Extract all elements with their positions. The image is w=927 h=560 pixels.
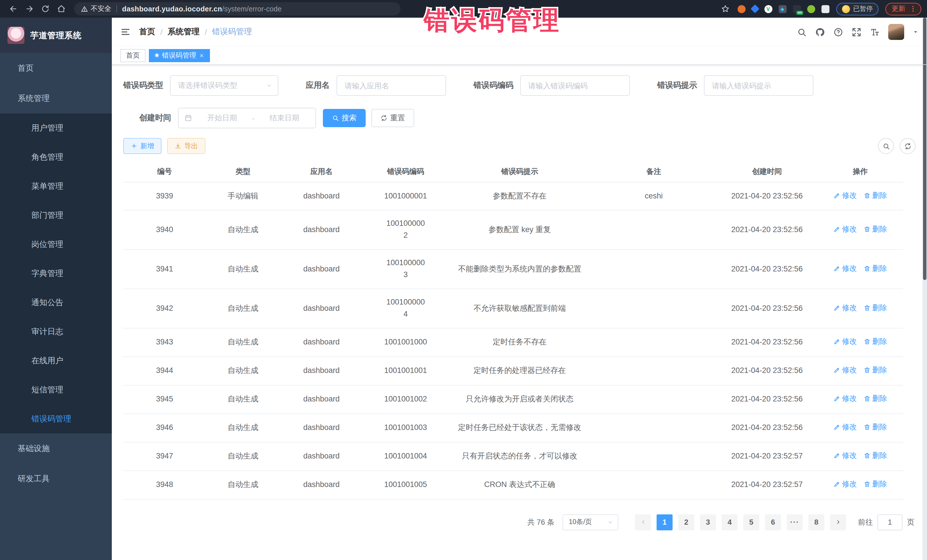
url-host: dashboard.yudao.iocoder.cn — [122, 5, 222, 13]
page-button-4[interactable]: 4 — [722, 514, 738, 530]
edit-link[interactable]: 修改 — [833, 336, 857, 347]
hamburger-icon[interactable] — [120, 27, 131, 37]
bookmark-star-icon[interactable] — [718, 2, 733, 16]
page-ellipsis-button[interactable]: ··· — [787, 514, 802, 530]
delete-link[interactable]: 删除 — [864, 422, 887, 433]
cell-type: 自动生成 — [206, 289, 280, 328]
edit-link[interactable]: 修改 — [833, 364, 857, 376]
security-label: 不安全 — [91, 4, 111, 14]
column-header-3: 错误码编码 — [363, 162, 448, 182]
reset-button[interactable]: 重置 — [371, 109, 414, 127]
sidebar-item-announcement-bubble[interactable]: 通知公告 — [0, 288, 112, 317]
sidebar-item-gear[interactable]: 系统管理 — [0, 83, 112, 114]
blue-gem-extension-icon[interactable] — [750, 4, 759, 13]
sidebar-item-sms-mail[interactable]: 短信管理 — [0, 375, 112, 404]
grid-extension-icon[interactable]: ◆ — [778, 5, 786, 13]
page-button-3[interactable]: 3 — [700, 514, 716, 530]
edit-link[interactable]: 修改 — [833, 302, 857, 313]
delete-link[interactable]: 删除 — [864, 190, 887, 201]
dark-on-extension-icon[interactable]: on — [793, 5, 801, 13]
page-button-1[interactable]: 1 — [656, 514, 673, 530]
sidebar-item-infra-box[interactable]: 基础设施 — [0, 433, 112, 464]
sidebar-item-dashboard[interactable]: 首页 — [0, 53, 112, 83]
error-type-select[interactable]: 请选择错误码类型 — [170, 75, 278, 96]
cell-operations: 修改删除 — [818, 414, 903, 442]
app-header: 首页 / 系统管理 / 错误码管理 — [112, 18, 927, 46]
browser-update-menu-button[interactable]: 更新 — [885, 3, 921, 15]
edit-link[interactable]: 修改 — [833, 223, 857, 235]
user-avatar[interactable] — [888, 24, 904, 40]
search-button[interactable]: 搜索 — [323, 109, 366, 127]
sidebar-item-org-tree[interactable]: 部门管理 — [0, 201, 112, 230]
sidebar-item-users[interactable]: 角色管理 — [0, 143, 112, 171]
delete-link[interactable]: 删除 — [864, 478, 887, 490]
sidebar-item-user[interactable]: 用户管理 — [0, 114, 112, 143]
browser-back-icon[interactable] — [6, 2, 21, 16]
sidebar-item-menu-list[interactable]: 菜单管理 — [0, 171, 112, 201]
green-v-extension-icon[interactable]: V — [764, 5, 772, 13]
cell-type: 手动编辑 — [206, 182, 280, 211]
tab-home[interactable]: 首页 — [120, 49, 146, 62]
browser-forward-icon[interactable] — [22, 2, 36, 16]
address-bar[interactable]: 不安全 dashboard.yudao.iocoder.cn /system/e… — [74, 2, 400, 15]
github-icon[interactable] — [815, 27, 825, 37]
cell-hint: 参数配置不存在 — [448, 182, 591, 211]
edit-link[interactable]: 修改 — [833, 393, 857, 404]
delete-link[interactable]: 删除 — [864, 450, 887, 461]
page-button-6[interactable]: 6 — [765, 514, 781, 530]
refresh-table-button[interactable] — [900, 138, 916, 154]
docs-question-icon[interactable] — [833, 27, 843, 37]
puzzle-extension-icon[interactable] — [821, 5, 829, 13]
sidebar-item-dev-tools[interactable]: 研发工具 — [0, 464, 112, 494]
next-page-button[interactable] — [830, 514, 846, 530]
date-range-picker[interactable]: 开始日期 - 结束日期 — [178, 108, 316, 128]
breadcrumb-home[interactable]: 首页 — [139, 27, 155, 37]
edit-link[interactable]: 修改 — [833, 422, 857, 433]
page-button-8[interactable]: 8 — [808, 514, 824, 530]
edit-link[interactable]: 修改 — [833, 450, 857, 461]
error-code-input[interactable] — [520, 75, 630, 96]
delete-link[interactable]: 删除 — [864, 364, 887, 376]
cell-app: dashboard — [280, 385, 363, 414]
delete-link[interactable]: 删除 — [864, 393, 887, 404]
error-hint-input[interactable] — [704, 75, 813, 96]
delete-link[interactable]: 删除 — [864, 263, 887, 274]
profile-paused-pill[interactable]: 已暂停 — [836, 3, 878, 15]
delete-link[interactable]: 删除 — [864, 336, 887, 347]
edit-link[interactable]: 修改 — [833, 478, 857, 490]
sidebar-logo[interactable]: 芋道管理系统 — [0, 18, 112, 53]
tab-error-code[interactable]: 错误码管理 — [149, 49, 210, 62]
tab-close-icon[interactable] — [199, 53, 204, 58]
sidebar-item-code-brackets[interactable]: 错误码管理 — [0, 404, 112, 433]
fullscreen-icon[interactable] — [852, 27, 862, 37]
cell-operations: 修改删除 — [818, 471, 903, 499]
app-name-input[interactable] — [337, 75, 446, 96]
sidebar-item-id-card[interactable]: 岗位管理 — [0, 230, 112, 259]
orange-circle-extension-icon[interactable] — [737, 5, 745, 13]
sidebar-item-audit-edit[interactable]: 审计日志 — [0, 317, 112, 346]
page-button-5[interactable]: 5 — [743, 514, 759, 530]
header-search-icon[interactable] — [797, 27, 807, 37]
page-scrollbar[interactable] — [922, 18, 927, 560]
edit-link[interactable]: 修改 — [833, 263, 857, 274]
export-button[interactable]: 导出 — [167, 138, 205, 154]
add-button[interactable]: 新增 — [123, 138, 161, 154]
cell-operations: 修改删除 — [818, 385, 903, 414]
sidebar-item-dictionary-book[interactable]: 字典管理 — [0, 259, 112, 288]
prev-page-button[interactable] — [635, 514, 651, 530]
page-button-2[interactable]: 2 — [678, 514, 694, 530]
goto-page-input[interactable] — [877, 514, 903, 530]
edit-link[interactable]: 修改 — [833, 190, 857, 201]
toggle-search-button[interactable] — [878, 138, 894, 154]
avatar-caret-down-icon[interactable] — [913, 29, 918, 35]
breadcrumb-system[interactable]: 系统管理 — [168, 27, 200, 37]
trash-icon — [864, 192, 871, 199]
browser-reload-icon[interactable] — [38, 2, 53, 16]
delete-link[interactable]: 删除 — [864, 223, 887, 235]
green-key-extension-icon[interactable] — [807, 5, 815, 13]
sidebar-item-online-eye[interactable]: 在线用户 — [0, 346, 112, 375]
delete-link[interactable]: 删除 — [864, 302, 887, 313]
browser-home-icon[interactable] — [54, 2, 68, 16]
page-size-select[interactable]: 10条/页 — [562, 514, 619, 530]
font-size-icon[interactable] — [870, 27, 880, 37]
